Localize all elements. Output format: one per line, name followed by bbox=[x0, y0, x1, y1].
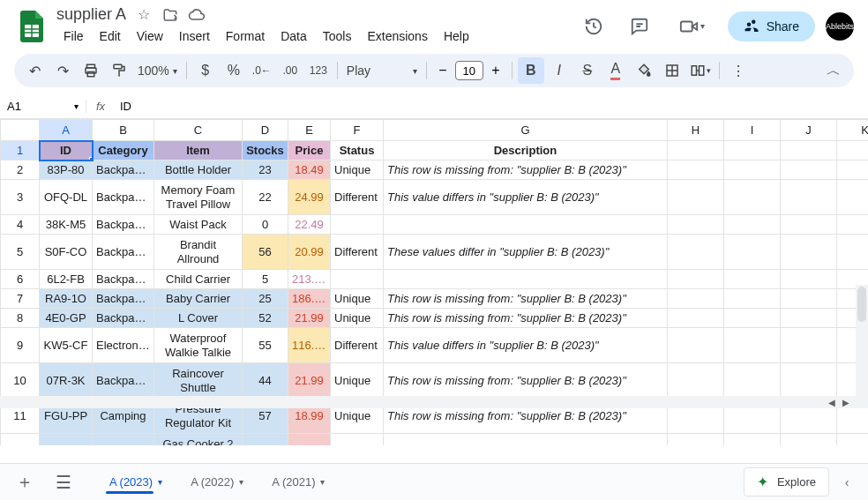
header-cell[interactable]: Status bbox=[331, 141, 384, 160]
empty-cell[interactable] bbox=[781, 309, 837, 328]
cell-id[interactable]: 07R-3K bbox=[40, 363, 93, 399]
cell-stocks[interactable]: 55 bbox=[243, 328, 288, 363]
empty-cell[interactable] bbox=[724, 215, 781, 235]
more-toolbar-button[interactable]: ⋮ bbox=[725, 57, 752, 84]
menu-extensions[interactable]: Extensions bbox=[360, 26, 434, 47]
print-button[interactable] bbox=[78, 57, 104, 84]
cell-description[interactable]: These values differ in "supplier B: B (2… bbox=[384, 235, 668, 270]
empty-cell[interactable] bbox=[724, 141, 781, 160]
menu-file[interactable]: File bbox=[56, 26, 91, 47]
app-icon[interactable] bbox=[14, 9, 49, 44]
empty-cell[interactable] bbox=[837, 235, 869, 270]
row-header-7[interactable]: 7 bbox=[1, 289, 40, 309]
empty-cell[interactable] bbox=[837, 215, 869, 235]
percent-button[interactable]: % bbox=[221, 57, 247, 84]
text-color-button[interactable]: A bbox=[602, 57, 629, 84]
empty-cell[interactable] bbox=[668, 289, 724, 309]
header-cell[interactable]: Category bbox=[93, 141, 154, 160]
cell-price[interactable]: 213.99 bbox=[288, 270, 331, 289]
cell-item[interactable]: Memory Foam Travel Pillow bbox=[154, 180, 243, 215]
empty-cell[interactable] bbox=[668, 180, 724, 215]
spreadsheet-grid[interactable]: ABCDEFGHIJK1IDCategoryItemStocksPriceSta… bbox=[0, 119, 868, 445]
empty-cell[interactable] bbox=[781, 180, 837, 215]
empty-cell[interactable] bbox=[668, 328, 724, 363]
document-title[interactable]: supplier A bbox=[56, 5, 126, 24]
row-header-10[interactable]: 10 bbox=[1, 363, 40, 399]
row-header-9[interactable]: 9 bbox=[1, 328, 40, 363]
empty-cell[interactable] bbox=[781, 328, 837, 363]
row-header-2[interactable]: 2 bbox=[1, 160, 40, 180]
column-header-C[interactable]: C bbox=[154, 120, 243, 141]
cell-description[interactable] bbox=[384, 270, 668, 289]
increase-decimal-button[interactable]: .00 bbox=[277, 57, 303, 84]
move-icon[interactable] bbox=[161, 6, 179, 24]
cell-status[interactable] bbox=[331, 215, 384, 235]
empty-cell[interactable] bbox=[837, 141, 869, 160]
cell-status[interactable]: Unique bbox=[331, 309, 384, 328]
cell-stocks[interactable]: 5 bbox=[243, 270, 288, 289]
cell-item[interactable]: Brandit Allround bbox=[154, 235, 243, 270]
row-header-3[interactable]: 3 bbox=[1, 180, 40, 215]
column-header-F[interactable]: F bbox=[331, 120, 384, 141]
borders-button[interactable] bbox=[659, 57, 685, 84]
column-header-G[interactable]: G bbox=[384, 120, 668, 141]
header-cell[interactable]: Item bbox=[154, 141, 243, 160]
menu-view[interactable]: View bbox=[130, 26, 170, 47]
empty-cell[interactable] bbox=[724, 235, 781, 270]
column-header-I[interactable]: I bbox=[724, 120, 781, 141]
cell-id[interactable]: S0F-CO bbox=[40, 235, 93, 270]
share-button[interactable]: Share bbox=[728, 11, 815, 41]
column-header-E[interactable]: E bbox=[288, 120, 331, 141]
column-header-K[interactable]: K bbox=[837, 120, 869, 141]
cell-category[interactable]: Backpacks bbox=[93, 215, 154, 235]
scroll-right-icon[interactable]: ▶ bbox=[840, 398, 852, 407]
cell-id[interactable]: 38K-M5 bbox=[40, 215, 93, 235]
cell-id[interactable]: 4E0-GP bbox=[40, 309, 93, 328]
cell-category[interactable]: Backpacks bbox=[93, 363, 154, 399]
row-header-4[interactable]: 4 bbox=[1, 215, 40, 235]
header-cell[interactable]: Price bbox=[288, 141, 331, 160]
cell-price[interactable]: 116.99 bbox=[288, 328, 331, 363]
add-sheet-button[interactable]: ＋ bbox=[14, 470, 35, 494]
empty-cell[interactable] bbox=[781, 363, 837, 399]
empty-cell[interactable] bbox=[668, 215, 724, 235]
meet-icon[interactable]: ▾ bbox=[668, 9, 717, 44]
font-size-input[interactable] bbox=[455, 61, 483, 80]
cell-price[interactable]: 22.49 bbox=[288, 215, 331, 235]
column-header-J[interactable]: J bbox=[781, 120, 837, 141]
decrease-font-button[interactable]: − bbox=[432, 63, 453, 78]
account-avatar[interactable]: Ablebits bbox=[826, 12, 854, 41]
cell-category[interactable]: Backpacks bbox=[93, 180, 154, 215]
empty-cell[interactable] bbox=[668, 141, 724, 160]
name-box[interactable]: A1 ▾ bbox=[0, 100, 86, 113]
cell-item[interactable]: Waterproof Walkie Talkie bbox=[154, 328, 243, 363]
cell-item[interactable]: Baby Carrier bbox=[154, 289, 243, 309]
sheet-tab[interactable]: A (2022)▾ bbox=[178, 468, 256, 496]
header-cell[interactable]: Stocks bbox=[243, 141, 288, 160]
merge-cells-button[interactable]: ▾ bbox=[687, 57, 714, 84]
chevron-down-icon[interactable]: ▾ bbox=[320, 477, 325, 487]
menu-insert[interactable]: Insert bbox=[172, 26, 217, 47]
fill-color-button[interactable] bbox=[631, 57, 657, 84]
column-header-B[interactable]: B bbox=[93, 120, 154, 141]
menu-data[interactable]: Data bbox=[273, 26, 314, 47]
font-family-dropdown[interactable]: Play ▾ bbox=[343, 63, 421, 78]
cell-category[interactable]: Camping bbox=[93, 434, 154, 446]
cloud-status-icon[interactable] bbox=[188, 6, 206, 24]
cell-stocks[interactable]: 56 bbox=[243, 235, 288, 270]
cell-stocks[interactable]: 0 bbox=[243, 215, 288, 235]
history-icon[interactable] bbox=[576, 9, 611, 44]
cell-category[interactable]: Backpacks bbox=[93, 270, 154, 289]
cell-id[interactable]: RA9-1O bbox=[40, 289, 93, 309]
cell-description[interactable] bbox=[384, 215, 668, 235]
empty-cell[interactable] bbox=[724, 434, 781, 446]
cell-description[interactable]: This value differs in "supplier B: B (20… bbox=[384, 180, 668, 215]
cell-status[interactable]: Different bbox=[331, 235, 384, 270]
empty-cell[interactable] bbox=[837, 160, 869, 180]
currency-button[interactable]: $ bbox=[192, 57, 219, 84]
empty-cell[interactable] bbox=[668, 309, 724, 328]
cell-item[interactable]: Bottle Holder bbox=[154, 160, 243, 180]
empty-cell[interactable] bbox=[837, 180, 869, 215]
cell-status[interactable]: Unique bbox=[331, 160, 384, 180]
empty-cell[interactable] bbox=[668, 434, 724, 446]
